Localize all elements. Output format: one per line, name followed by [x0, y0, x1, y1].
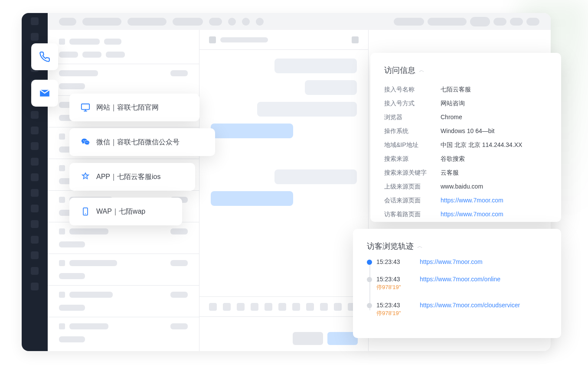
timeline-dot — [367, 260, 372, 265]
message-out — [211, 191, 293, 206]
sidebar-item[interactable] — [31, 158, 39, 166]
info-value: Windows 10 64—bit — [441, 124, 495, 138]
info-row: 接入号方式网站咨询 — [384, 96, 547, 110]
message-out — [211, 124, 293, 138]
chat-column — [199, 30, 369, 351]
info-value: Chrome — [441, 110, 462, 124]
sidebar-item[interactable] — [31, 220, 39, 228]
channel-card-web[interactable]: 网站｜容联七陌官网 — [69, 94, 199, 121]
placeholder — [59, 18, 76, 26]
message-in — [274, 59, 357, 73]
channel-mail-button[interactable] — [31, 80, 58, 107]
info-row: 接入号名称七陌云客服 — [384, 82, 547, 96]
trail-row: 15:23:43停978'19''https://www.7moor.com/o… — [376, 276, 547, 291]
sidebar-item[interactable] — [31, 189, 39, 197]
placeholder — [82, 18, 121, 26]
tool-item[interactable] — [278, 303, 286, 311]
placeholder — [493, 18, 506, 26]
placeholder — [526, 18, 539, 26]
trail-time: 15:23:43 — [376, 302, 407, 309]
chat-input-area[interactable] — [199, 316, 368, 351]
channel-card-wechat[interactable]: 微信｜容联七陌微信公众号 — [69, 128, 215, 156]
info-row: 操作系统Windows 10 64—bit — [384, 124, 547, 138]
sidebar-item[interactable] — [31, 33, 39, 41]
panel-title-text: 访客浏览轨迹 — [367, 241, 414, 251]
channel-card-app[interactable]: APP｜七陌云客服ios — [69, 163, 195, 191]
tool-item[interactable] — [251, 303, 258, 311]
secondary-button[interactable] — [293, 332, 323, 345]
info-key: 浏览器 — [384, 110, 441, 124]
svg-rect-1 — [83, 208, 88, 215]
info-key: 搜索来源 — [384, 152, 441, 166]
mail-icon — [39, 88, 50, 99]
placeholder — [173, 18, 203, 26]
sidebar-item[interactable] — [31, 142, 39, 150]
trail-url[interactable]: https://www.7moor.com/online — [420, 276, 500, 283]
wechat-icon — [81, 137, 90, 147]
info-value: www.baidu.com — [441, 179, 483, 193]
chat-messages — [199, 50, 368, 296]
tool-item[interactable] — [237, 303, 245, 311]
sidebar-item[interactable] — [31, 205, 39, 212]
trail-url[interactable]: https://www.7moor.com/cloudservicer — [420, 302, 520, 309]
info-value[interactable]: https://www.7moor.com — [441, 207, 503, 221]
placeholder — [220, 37, 268, 42]
info-value[interactable]: https://www.7moor.com — [441, 193, 503, 207]
monitor-icon — [81, 103, 90, 112]
timeline-dot — [367, 277, 372, 282]
info-value: 谷歌搜索 — [441, 152, 465, 166]
header-action[interactable] — [352, 36, 359, 43]
channel-card-wap[interactable]: WAP｜七陌wap — [69, 198, 182, 225]
info-key: 接入号名称 — [384, 82, 441, 96]
tool-item[interactable] — [292, 303, 300, 311]
sidebar-item[interactable] — [31, 267, 39, 275]
channel-phone-button[interactable] — [31, 43, 58, 70]
info-key: 访客着路页面 — [384, 207, 441, 221]
info-value: 中国 北京 北京 114.244.34.XX — [441, 138, 522, 152]
phone-icon — [39, 51, 50, 62]
placeholder — [394, 18, 424, 26]
sidebar-item[interactable] — [31, 236, 39, 244]
channel-card-label: WAP｜七陌wap — [96, 207, 145, 216]
trail-duration: 停978'19'' — [376, 309, 407, 317]
panel-title[interactable]: 访问信息 ︿ — [384, 65, 547, 75]
panel-title-text: 访问信息 — [384, 65, 415, 75]
info-key: 接入号方式 — [384, 96, 441, 110]
phone-wap-icon — [81, 207, 90, 216]
trail-duration: 停978'19'' — [376, 283, 407, 291]
info-key: 搜索来源关键字 — [384, 166, 441, 179]
sidebar-item[interactable] — [31, 17, 39, 25]
user-pill[interactable] — [470, 17, 490, 26]
visit-info-panel: 访问信息 ︿ 接入号名称七陌云客服接入号方式网站咨询浏览器Chrome操作系统W… — [370, 53, 561, 222]
topbar — [48, 13, 551, 30]
message-in — [257, 102, 357, 117]
chat-header — [199, 30, 368, 50]
tool-item[interactable] — [306, 303, 314, 311]
sidebar-item[interactable] — [31, 127, 39, 134]
info-row: 会话来源页面https://www.7moor.com — [384, 193, 547, 207]
tool-item[interactable] — [209, 303, 217, 311]
chevron-up-icon: ︿ — [419, 66, 425, 74]
info-row: 地域&IP地址中国 北京 北京 114.244.34.XX — [384, 138, 547, 152]
chat-toolbar — [199, 296, 368, 316]
placeholder — [428, 18, 467, 26]
tool-item[interactable] — [265, 303, 272, 311]
trail-url[interactable]: https://www.7moor.com — [420, 258, 483, 265]
tool-item[interactable] — [320, 303, 328, 311]
info-key: 地域&IP地址 — [384, 138, 441, 152]
monitor-icon — [209, 36, 216, 43]
info-row: 搜索来源关键字云客服 — [384, 166, 547, 179]
trail-time: 15:23:43 — [376, 258, 407, 265]
tool-item[interactable] — [334, 303, 342, 311]
sidebar-item[interactable] — [31, 283, 39, 290]
tool-item[interactable] — [223, 303, 231, 311]
sidebar-item[interactable] — [31, 111, 39, 119]
info-value: 云客服 — [441, 166, 459, 179]
message-in — [305, 80, 357, 95]
sidebar-item[interactable] — [31, 251, 39, 259]
sidebar-item[interactable] — [31, 173, 39, 181]
panel-title[interactable]: 访客浏览轨迹 ︿ — [367, 241, 547, 251]
info-key: 会话来源页面 — [384, 193, 441, 207]
placeholder — [127, 18, 167, 26]
trail-row: 15:23:43停978'19''https://www.7moor.com/c… — [376, 302, 547, 317]
